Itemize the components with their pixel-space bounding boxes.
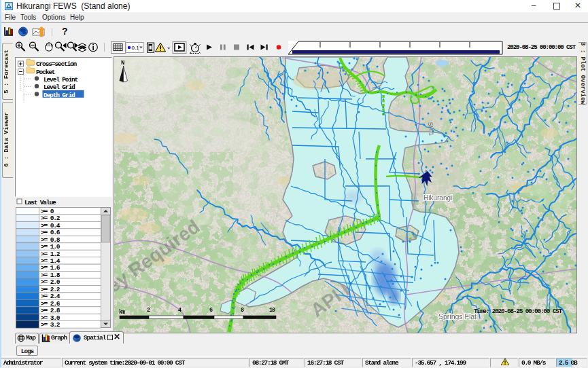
svg-text:>= 0.2: >= 0.2	[41, 215, 60, 222]
svg-text:Time: 2020-08-25 00:00:00 CST: Time: 2020-08-25 00:00:00 CST	[474, 308, 563, 315]
svg-text:>= 2.0: >= 2.0	[41, 278, 60, 286]
svg-text:>= 1.0: >= 1.0	[41, 243, 60, 251]
svg-text:>= 1.6: >= 1.6	[41, 264, 60, 272]
svg-text:Depth Grid: Depth Grid	[44, 92, 75, 99]
svg-text:Level Point: Level Point	[44, 76, 78, 84]
svg-text:Hikurangi: Hikurangi	[423, 194, 452, 202]
svg-text:>= 0.6: >= 0.6	[41, 229, 60, 236]
svg-text:>= 0.8: >= 0.8	[41, 236, 60, 244]
svg-text:Cross=section: Cross=section	[36, 60, 77, 68]
svg-text:>= 2.2: >= 2.2	[41, 286, 60, 293]
svg-text:>= 2.6: >= 2.6	[41, 300, 60, 308]
svg-text:>= 0: >= 0	[41, 208, 54, 215]
svg-text:SH 1: SH 1	[427, 122, 435, 136]
svg-text:>= 3.2: >= 3.2	[41, 321, 60, 329]
svg-text:Last Value: Last Value	[24, 199, 56, 206]
svg-text:>= 2.4: >= 2.4	[41, 293, 60, 300]
svg-text:>= 2.8: >= 2.8	[41, 307, 60, 314]
svg-text:>= 0.4: >= 0.4	[41, 222, 60, 229]
svg-text:0.1: 0.1	[132, 45, 140, 51]
svg-text:Pocket: Pocket	[36, 69, 55, 76]
svg-text:>= 1.2: >= 1.2	[41, 251, 60, 258]
svg-text:>= 3.0: >= 3.0	[41, 314, 60, 322]
svg-text:>= 1.8: >= 1.8	[41, 272, 60, 279]
svg-text:>= 1.4: >= 1.4	[41, 257, 60, 265]
svg-text:Level Grid: Level Grid	[44, 84, 75, 91]
svg-text:N: N	[121, 60, 124, 67]
svg-text:10: 10	[269, 307, 275, 314]
svg-text:Springs Flat: Springs Flat	[438, 312, 477, 320]
svg-text:km: km	[119, 309, 125, 316]
